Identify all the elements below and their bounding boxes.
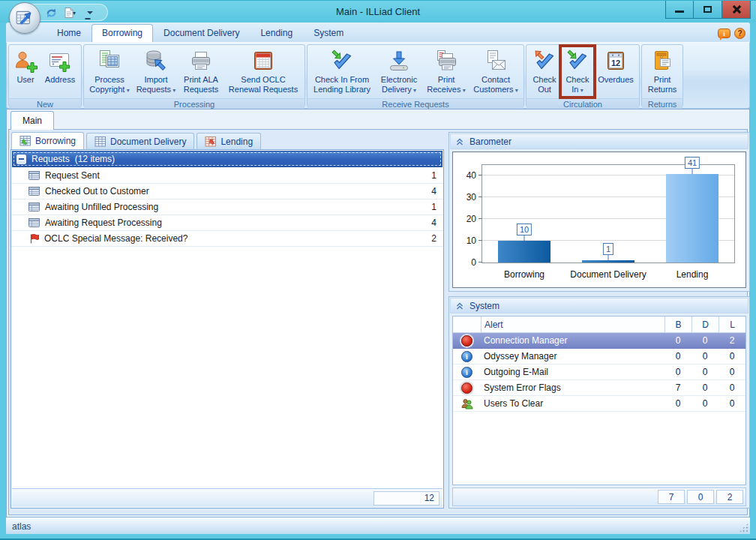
print-returns-icon xyxy=(650,48,674,74)
tab-main[interactable]: Main xyxy=(10,111,54,130)
requests-group-header[interactable]: Requests (12 items) xyxy=(12,151,442,167)
barometer-header[interactable]: Barometer xyxy=(450,134,748,149)
system-row-b: 0 xyxy=(664,349,692,364)
requests-footer: 12 xyxy=(12,488,442,507)
system-footer: 7 0 2 xyxy=(452,488,746,506)
check-in-button[interactable]: Check In xyxy=(561,46,594,98)
process-copyright-button[interactable]: Process Copyright xyxy=(86,46,134,98)
ribbon-help-area xyxy=(718,28,750,42)
print-ala-requests-button[interactable]: Print ALA Requests xyxy=(178,46,224,98)
y-tick-mark xyxy=(478,218,482,219)
minimize-icon xyxy=(675,10,684,13)
request-row-label: Request Sent xyxy=(45,170,100,181)
header-b: B xyxy=(664,316,692,332)
customize-quick-access-button[interactable] xyxy=(87,11,93,14)
subtab-borrowing[interactable]: Borrowing xyxy=(11,132,84,149)
minimize-button[interactable] xyxy=(665,1,694,19)
barometer-chart: 01020304010Borrowing1Document Delivery41… xyxy=(452,152,746,288)
add-user-icon xyxy=(14,48,38,74)
request-row-awaiting-unfilled[interactable]: Awaiting Unfilled Processing 1 xyxy=(11,200,443,215)
system-row-outgoing-email[interactable]: Outgoing E-Mail 0 0 0 xyxy=(453,364,746,380)
chart-bar xyxy=(666,174,718,262)
requests-group-count: (12 items) xyxy=(75,154,115,164)
barometer-title: Barometer xyxy=(470,136,512,147)
request-row-label: Awaiting Unfilled Processing xyxy=(45,202,158,212)
electronic-delivery-button[interactable]: Electronic Delivery xyxy=(375,46,423,98)
print-returns-button[interactable]: Print Returns xyxy=(644,46,681,98)
resize-grip[interactable] xyxy=(739,523,748,532)
tab-home[interactable]: Home xyxy=(46,24,92,42)
application-menu-button[interactable] xyxy=(9,2,40,34)
request-row-request-sent[interactable]: Request Sent 1 xyxy=(11,168,443,184)
subtab-document-delivery[interactable]: Document Delivery xyxy=(86,133,194,149)
system-row-l: 0 xyxy=(718,380,746,395)
import-requests-button[interactable]: Import Requests xyxy=(134,46,178,98)
ribbon-group-processing: Process Copyright xyxy=(83,44,305,107)
header-d: D xyxy=(692,316,718,332)
new-form-button[interactable]: ▾ xyxy=(63,7,76,19)
customize-quick-access-arrow xyxy=(87,11,93,14)
maximize-button[interactable] xyxy=(694,1,722,19)
tab-borrowing[interactable]: Borrowing xyxy=(92,24,153,42)
users-icon xyxy=(461,398,473,410)
system-table-header: Alert B D L xyxy=(453,316,746,333)
collapse-minus-icon[interactable] xyxy=(16,154,26,164)
system-row-users-to-clear[interactable]: Users To Clear 0 0 0 xyxy=(453,396,746,412)
tab-system[interactable]: System xyxy=(303,24,354,42)
tab-lending[interactable]: Lending xyxy=(250,24,303,42)
main-content: Borrowing Document Delivery xyxy=(8,129,748,515)
left-panel: Borrowing Document Delivery xyxy=(10,132,444,508)
address-button[interactable]: Address xyxy=(40,46,80,98)
print-ala-requests-icon xyxy=(189,48,213,74)
group-label-receive-requests: Receive Requests xyxy=(308,98,524,110)
check-out-button[interactable]: Check Out xyxy=(528,46,561,98)
help-icon[interactable] xyxy=(734,28,746,39)
overdues-button[interactable]: 12 Overdues xyxy=(594,46,638,98)
request-grid-icon xyxy=(28,171,40,180)
check-out-label: Check Out xyxy=(530,75,560,94)
system-row-d: 0 xyxy=(692,349,718,364)
request-row-awaiting-request[interactable]: Awaiting Request Processing 4 xyxy=(11,215,443,231)
system-row-l: 0 xyxy=(718,364,746,380)
barometer-panel: Barometer 01020304010Borrowing1Document … xyxy=(448,132,750,292)
y-axis-label: 40 xyxy=(466,170,476,181)
system-header[interactable]: System xyxy=(450,298,748,314)
request-row-checked-out[interactable]: Checked Out to Customer 4 xyxy=(11,184,443,200)
request-grid-icon xyxy=(28,187,40,196)
subtab-document-delivery-label: Document Delivery xyxy=(110,136,186,147)
subtab-borrowing-label: Borrowing xyxy=(35,136,76,146)
refresh-icon xyxy=(45,7,58,20)
request-row-count: 1 xyxy=(431,202,436,212)
request-row-oclc-special-message[interactable]: OCLC Special Message: Received? 2 xyxy=(11,231,443,247)
contact-customers-button[interactable]: Contact Customers xyxy=(470,46,522,98)
data-label: 1 xyxy=(603,243,614,255)
tab-document-delivery[interactable]: Document Delivery xyxy=(153,24,250,42)
system-row-system-error-flags[interactable]: System Error Flags 7 0 0 xyxy=(453,380,746,396)
subtab-lending[interactable]: Lending xyxy=(196,133,261,149)
requests-total-box: 12 xyxy=(374,491,440,506)
titlebar[interactable]: Main - ILLiad Client xyxy=(0,1,756,22)
system-alerts-table: Alert B D L Connection Manager 0 0 2 xyxy=(452,316,746,485)
chevrons-up-icon xyxy=(455,302,464,310)
chart-bar xyxy=(498,241,550,262)
quick-access-toolbar: ▾ xyxy=(45,5,93,20)
x-axis-label: Lending xyxy=(676,269,709,280)
user-button[interactable]: User xyxy=(10,46,40,98)
system-row-odyssey-manager[interactable]: Odyssey Manager 0 0 0 xyxy=(453,349,746,364)
contact-customers-icon xyxy=(484,48,508,74)
close-button[interactable] xyxy=(722,1,751,19)
request-row-label: Checked Out to Customer xyxy=(45,186,149,196)
request-row-label: Awaiting Request Processing xyxy=(45,218,162,228)
print-receives-button[interactable]: Print Receives xyxy=(423,46,470,98)
check-in-from-lending-library-button[interactable]: Check In From Lending Library xyxy=(309,46,375,98)
ribbon-group-returns: Print Returns Returns xyxy=(641,44,683,107)
status-user: atlas xyxy=(12,521,31,532)
tip-icon[interactable] xyxy=(718,28,730,38)
ribbon-group-circulation: Check Out Check In xyxy=(526,44,640,107)
refresh-button[interactable] xyxy=(45,7,58,20)
document-delivery-grid-icon xyxy=(94,136,106,147)
send-oclc-renewal-requests-button[interactable]: Send OCLC Renewal Requests xyxy=(224,46,303,98)
group-label-new: New xyxy=(9,98,81,110)
system-row-connection-manager[interactable]: Connection Manager 0 0 2 xyxy=(453,333,746,349)
check-in-lending-icon xyxy=(330,48,354,74)
